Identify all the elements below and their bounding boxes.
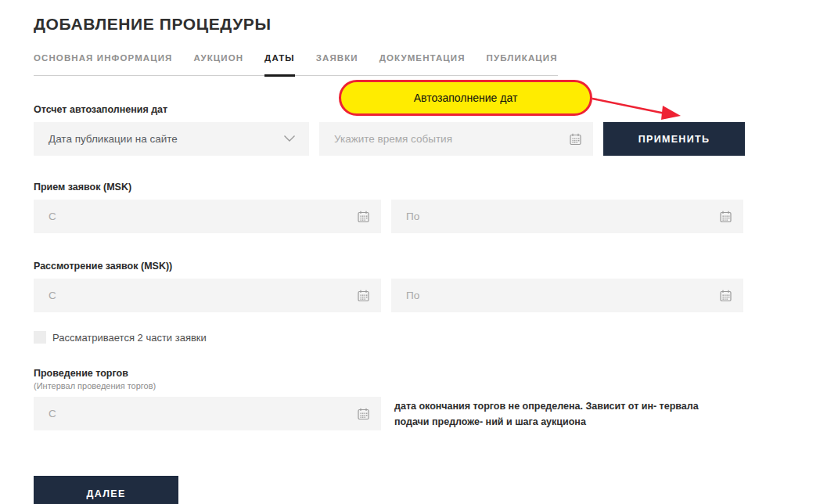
autofill-origin-select[interactable]: Дата публикации на сайте xyxy=(34,122,309,156)
review-label: Рассмотрение заявок (MSK)) xyxy=(34,261,777,272)
bidding-label: Проведение торгов xyxy=(34,368,777,379)
calendar-icon[interactable] xyxy=(719,289,732,302)
applications-label: Прием заявок (MSK) xyxy=(34,182,777,193)
review-from-input[interactable] xyxy=(34,279,381,312)
two-parts-label: Рассматривается 2 части заявки xyxy=(52,332,207,344)
chevron-down-icon xyxy=(283,133,296,145)
tab-publication[interactable]: ПУБЛИКАЦИЯ xyxy=(487,53,558,77)
bidding-from-input[interactable] xyxy=(34,397,381,430)
applications-from-input[interactable] xyxy=(34,200,381,233)
calendar-icon[interactable] xyxy=(357,407,370,420)
tab-applications[interactable]: ЗАЯВКИ xyxy=(316,53,358,77)
next-button[interactable]: ДАЛЕЕ xyxy=(34,476,178,504)
tab-main-info[interactable]: ОСНОВНАЯ ИНФОРМАЦИЯ xyxy=(34,53,172,77)
review-group: Рассмотрение заявок (MSK)) Рассмат xyxy=(34,261,777,344)
two-parts-row: Рассматривается 2 части заявки xyxy=(34,331,777,344)
calendar-icon[interactable] xyxy=(357,210,370,223)
tab-dates[interactable]: ДАТЫ xyxy=(264,53,295,77)
calendar-icon[interactable] xyxy=(719,210,732,223)
tab-auction[interactable]: АУКЦИОН xyxy=(193,53,243,77)
review-to-input[interactable] xyxy=(391,279,743,312)
tab-bar: ОСНОВНАЯ ИНФОРМАЦИЯ АУКЦИОН ДАТЫ ЗАЯВКИ … xyxy=(34,53,558,76)
autofill-callout-bubble: Автозаполнение дат xyxy=(339,80,592,116)
calendar-icon[interactable] xyxy=(357,289,370,302)
applications-to-input[interactable] xyxy=(391,200,743,233)
autofill-origin-select-value: Дата публикации на сайте xyxy=(49,133,178,145)
bidding-end-note: дата окончания торгов не определена. Зав… xyxy=(394,398,732,430)
apply-button[interactable]: ПРИМЕНИТЬ xyxy=(603,122,745,156)
autofill-callout-label: Автозаполнение дат xyxy=(414,92,518,104)
two-parts-checkbox[interactable] xyxy=(34,331,46,344)
bidding-sublabel: (Интервал проведения торгов) xyxy=(34,381,777,391)
applications-group: Прием заявок (MSK) xyxy=(34,182,777,233)
tab-documentation[interactable]: ДОКУМЕНТАЦИЯ xyxy=(379,53,466,77)
bidding-group: Проведение торгов (Интервал проведения т… xyxy=(34,368,777,430)
calendar-icon[interactable] xyxy=(569,132,582,146)
event-time-input[interactable] xyxy=(319,122,593,156)
callout-arrow-icon xyxy=(588,91,690,124)
dates-form: Отсчет автозаполнения дат Дата публикаци… xyxy=(34,104,777,504)
page-title: ДОБАВЛЕНИЕ ПРОЦЕДУРЫ xyxy=(34,15,777,34)
